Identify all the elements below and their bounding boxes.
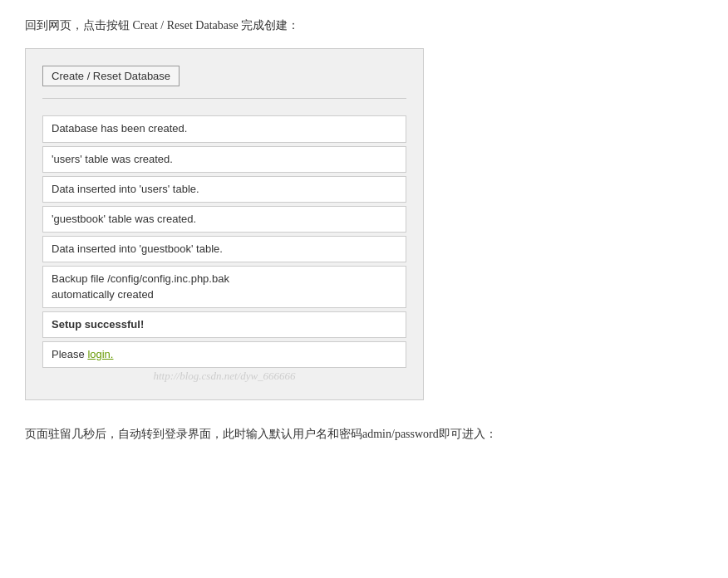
result-item-3: Data inserted into 'users' table. — [42, 176, 406, 203]
result-messages: Database has been created.'users' table … — [42, 115, 406, 368]
footer-text: 页面驻留几秒后，自动转到登录界面，此时输入默认用户名和密码admin/passw… — [25, 425, 703, 443]
result-text-8: Please — [52, 348, 87, 360]
result-item-1: Database has been created. — [42, 115, 406, 142]
result-item-7: Setup successful! — [42, 311, 406, 338]
instruction-text: 回到网页，点击按钮 Creat / Reset Database 完成创建： — [25, 17, 703, 35]
result-item-2: 'users' table was created. — [42, 146, 406, 173]
divider — [42, 98, 406, 99]
result-item-5: Data inserted into 'guestbook' table. — [42, 236, 406, 262]
result-item-4: 'guestbook' table was created. — [42, 206, 406, 233]
watermark-text: http://blog.csdn.net/dyw_666666 — [42, 370, 406, 383]
login-link[interactable]: login. — [87, 348, 113, 360]
result-item-6: Backup file /config/config.inc.php.bak a… — [42, 266, 406, 307]
create-reset-database-button[interactable]: Create / Reset Database — [42, 66, 180, 86]
browser-window: Create / Reset Database Database has bee… — [25, 48, 424, 400]
result-item-8: Please login. — [42, 341, 406, 368]
